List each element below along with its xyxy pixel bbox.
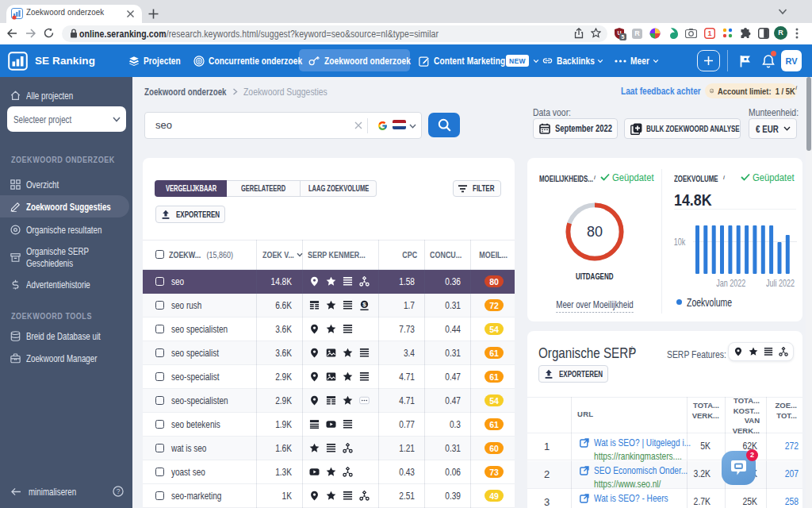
svg-text:1: 1 [707, 29, 711, 37]
svg-text:?: ? [117, 487, 121, 495]
